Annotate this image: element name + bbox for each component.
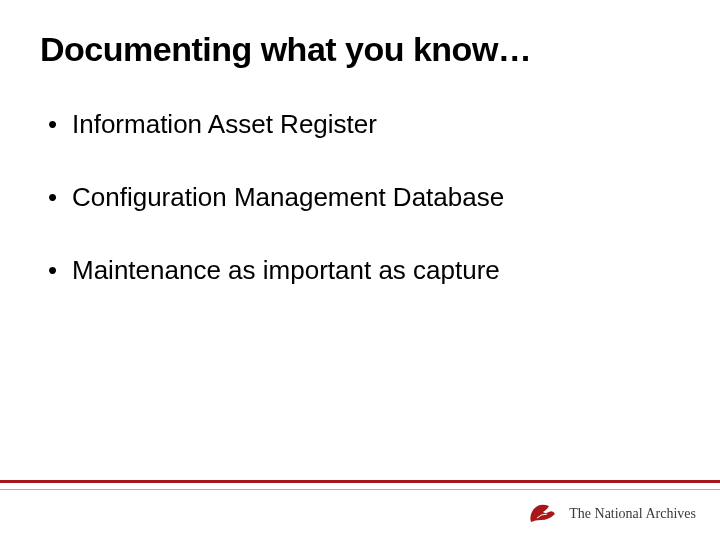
logo-icon: [527, 500, 561, 528]
logo-text: The National Archives: [569, 506, 696, 522]
bullet-item: Maintenance as important as capture: [48, 255, 680, 286]
slide-title: Documenting what you know…: [40, 30, 680, 69]
footer-logo: The National Archives: [527, 500, 696, 528]
divider-thick: [0, 480, 720, 483]
bullet-list: Information Asset Register Configuration…: [40, 109, 680, 286]
bullet-item: Information Asset Register: [48, 109, 680, 140]
slide-container: Documenting what you know… Information A…: [0, 0, 720, 540]
bullet-item: Configuration Management Database: [48, 182, 680, 213]
